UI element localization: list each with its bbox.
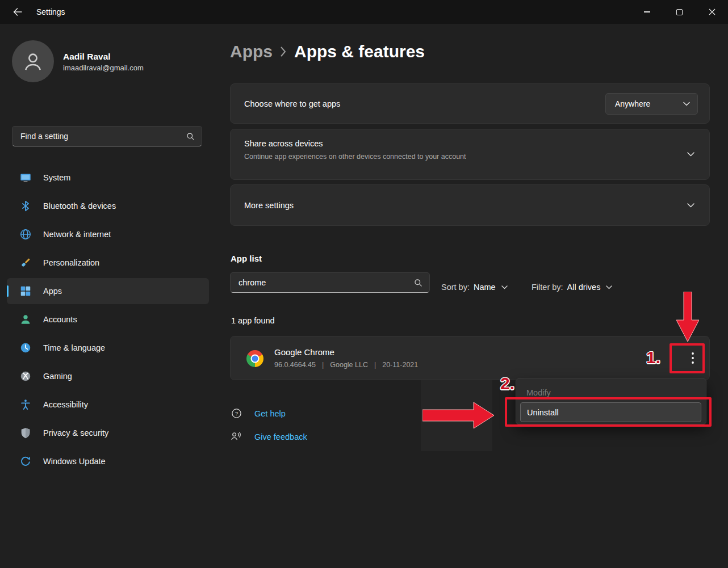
- app-version: 96.0.4664.45: [274, 361, 316, 369]
- filter-by-dropdown[interactable]: Filter by: All drives: [532, 283, 612, 292]
- more-options-button[interactable]: [681, 347, 704, 369]
- sidebar: Aadil Raval imaadilraval@gmail.com Find …: [0, 24, 216, 568]
- chevron-down-icon: [501, 285, 508, 289]
- app-publisher: Google LLC: [330, 361, 368, 369]
- app-list-heading: App list: [231, 254, 262, 263]
- maximize-icon: [676, 9, 683, 15]
- uninstall-label: Uninstall: [527, 408, 559, 417]
- page-title: Apps & features: [294, 42, 425, 61]
- get-help-link[interactable]: Get help: [254, 409, 286, 418]
- user-profile: Aadil Raval imaadilraval@gmail.com: [12, 40, 144, 82]
- settings-window: Settings Aadil Raval imaadilraval@gmail.…: [0, 0, 728, 568]
- separator: |: [374, 361, 376, 369]
- search-placeholder: Find a setting: [20, 132, 68, 141]
- sidebar-nav: System Bluetooth & devices Network & int…: [7, 165, 209, 477]
- profile-text: Aadil Raval imaadilraval@gmail.com: [63, 51, 144, 72]
- sidebar-item-label: Gaming: [43, 372, 72, 381]
- card-share-subtitle: Continue app experiences on other device…: [244, 153, 466, 161]
- avatar: [12, 40, 54, 82]
- sidebar-item-network-internet[interactable]: Network & internet: [7, 221, 209, 247]
- app-row-google-chrome: Google Chrome 96.0.4664.45 | Google LLC …: [230, 336, 710, 380]
- chevron-down-icon: [606, 285, 612, 289]
- app-install-date: 20-11-2021: [382, 361, 418, 369]
- close-button[interactable]: [696, 0, 728, 24]
- update-refresh-icon: [19, 455, 32, 468]
- titlebar: Settings: [0, 0, 728, 24]
- minimize-button[interactable]: [631, 0, 663, 24]
- anywhere-dropdown[interactable]: Anywhere: [605, 93, 698, 115]
- sidebar-item-label: Windows Update: [43, 457, 106, 466]
- system-icon: [19, 171, 32, 184]
- svg-text:?: ?: [235, 410, 239, 416]
- filter-by-label: Filter by:: [532, 283, 563, 292]
- back-arrow-icon: [13, 8, 22, 16]
- give-feedback-link[interactable]: Give feedback: [254, 432, 307, 441]
- give-feedback-icon: [231, 431, 241, 441]
- bluetooth-icon: [19, 200, 32, 212]
- sidebar-item-label: Apps: [43, 287, 62, 296]
- card-more-settings[interactable]: More settings: [230, 184, 710, 226]
- clock-icon: [19, 342, 32, 354]
- card-more-title: More settings: [244, 201, 294, 210]
- window-title: Settings: [36, 0, 65, 24]
- sidebar-item-privacy-security[interactable]: Privacy & security: [7, 420, 209, 446]
- sidebar-item-label: Privacy & security: [43, 428, 108, 437]
- person-icon: [22, 50, 44, 73]
- sidebar-item-time-language[interactable]: Time & language: [7, 335, 209, 361]
- app-search-value: chrome: [239, 278, 266, 287]
- sidebar-item-personalization[interactable]: Personalization: [7, 250, 209, 276]
- accessibility-person-icon: [19, 398, 32, 411]
- menu-item-uninstall[interactable]: Uninstall: [520, 402, 701, 422]
- app-details: 96.0.4664.45 | Google LLC | 20-11-2021: [274, 361, 418, 369]
- window-controls: [631, 0, 728, 24]
- network-globe-icon: [19, 228, 32, 241]
- sort-by-label: Sort by:: [441, 283, 470, 292]
- shield-icon: [19, 427, 32, 439]
- app-context-menu: Modify Uninstall: [516, 378, 706, 424]
- app-search-input[interactable]: chrome: [230, 272, 430, 293]
- card-share-title: Share across devices: [244, 139, 323, 148]
- filter-by-value: All drives: [567, 283, 601, 292]
- red-arrow-down-annotation: [676, 292, 699, 343]
- sidebar-item-windows-update[interactable]: Windows Update: [7, 448, 209, 474]
- sidebar-item-label: Time & language: [43, 343, 105, 352]
- xbox-icon: [19, 370, 32, 382]
- chevron-right-icon: [281, 47, 286, 57]
- breadcrumb-apps[interactable]: Apps: [230, 42, 273, 61]
- minimize-icon: [644, 11, 650, 12]
- breadcrumb: Apps Apps & features: [230, 42, 425, 61]
- sidebar-item-label: Personalization: [43, 258, 99, 267]
- vertical-ellipsis-icon: [692, 352, 694, 364]
- personalization-brush-icon: [19, 256, 32, 269]
- back-button[interactable]: [8, 3, 27, 20]
- result-count: 1 app found: [231, 316, 275, 325]
- sidebar-item-label: Accessibility: [43, 400, 88, 409]
- sidebar-item-bluetooth-devices[interactable]: Bluetooth & devices: [7, 193, 209, 219]
- sidebar-item-accounts[interactable]: Accounts: [7, 306, 209, 333]
- sidebar-item-system[interactable]: System: [7, 165, 209, 191]
- chevron-down-icon: [683, 102, 690, 106]
- search-icon: [186, 132, 195, 141]
- chrome-logo-icon: [246, 350, 263, 367]
- sidebar-item-gaming[interactable]: Gaming: [7, 363, 209, 389]
- get-help-icon: ?: [231, 408, 242, 419]
- card-share-devices[interactable]: Share across devices Continue app experi…: [230, 129, 710, 180]
- dropdown-value: Anywhere: [615, 99, 650, 108]
- card-get-apps-title: Choose where to get apps: [244, 99, 340, 108]
- sidebar-item-label: Network & internet: [43, 230, 111, 239]
- profile-email: imaadilraval@gmail.com: [63, 64, 144, 72]
- maximize-button[interactable]: [663, 0, 696, 24]
- sort-by-dropdown[interactable]: Sort by: Name: [441, 283, 508, 292]
- menu-item-modify[interactable]: Modify: [526, 384, 551, 401]
- chevron-down-icon[interactable]: [687, 203, 694, 208]
- chevron-down-icon[interactable]: [687, 152, 694, 157]
- separator: |: [322, 361, 324, 369]
- sidebar-item-accessibility[interactable]: Accessibility: [7, 392, 209, 418]
- close-icon: [709, 9, 716, 15]
- apps-grid-icon: [19, 285, 32, 297]
- sidebar-item-apps[interactable]: Apps: [7, 278, 209, 304]
- settings-search-input[interactable]: Find a setting: [12, 126, 202, 146]
- sort-by-value: Name: [474, 283, 496, 292]
- app-name: Google Chrome: [274, 347, 334, 357]
- card-get-apps: Choose where to get apps Anywhere: [230, 83, 710, 124]
